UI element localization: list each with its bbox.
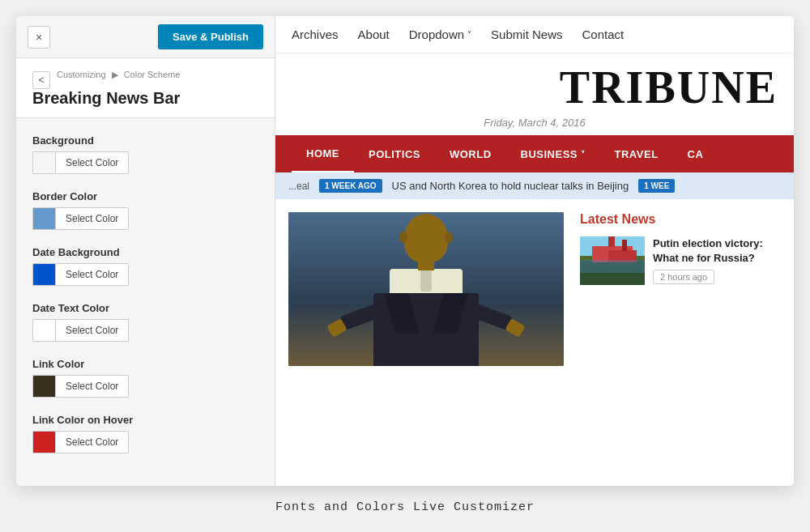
breaking-news-badge2: 1 WEE <box>638 179 675 193</box>
color-label-link-hover: Link Color on Hover <box>32 414 258 426</box>
news-headline: Putin election victory: What ne for Russ… <box>653 236 781 266</box>
color-label-link: Link Color <box>32 358 258 370</box>
color-select-btn-date-bg[interactable]: Select Color <box>55 263 129 286</box>
breaking-news-bar: ...eal 1 WEEK AGO US and North Korea to … <box>275 172 794 199</box>
close-button[interactable]: × <box>28 26 50 49</box>
color-select-row-background: Select Color <box>32 151 258 174</box>
chevron-down-icon: ˅ <box>467 30 471 39</box>
color-select-btn-background[interactable]: Select Color <box>55 151 129 174</box>
color-swatch-date-text <box>32 319 55 342</box>
panel-body: Background Select Color Border Color Sel… <box>16 118 275 486</box>
color-select-row-date-text: Select Color <box>32 319 258 342</box>
panel-top-bar: × Save & Publish <box>16 16 275 58</box>
left-panel: × Save & Publish < Customizing ▶ Color S… <box>16 16 275 486</box>
breadcrumb-section: Color Scheme <box>124 70 181 79</box>
color-swatch-link <box>32 375 55 398</box>
color-label-date-bg: Date Background <box>32 246 258 258</box>
main-nav-ca[interactable]: CA <box>673 135 718 172</box>
site-content: Latest News <box>275 199 794 486</box>
news-time: 2 hours ago <box>653 270 714 284</box>
color-option-border: Border Color Select Color <box>32 190 258 230</box>
nav-contact[interactable]: Contact <box>582 28 624 41</box>
color-option-background: Background Select Color <box>32 134 258 174</box>
business-dropdown-icon: ˅ <box>581 150 586 159</box>
site-logo-area: TRIBUNE <box>275 53 794 117</box>
color-swatch-background <box>32 151 55 174</box>
color-select-btn-link[interactable]: Select Color <box>55 375 129 398</box>
breadcrumb-nav: Customizing ▶ Color Scheme <box>32 70 258 80</box>
site-top-nav: Archives About Dropdown ˅ Submit News Co… <box>275 16 794 53</box>
color-select-row-link: Select Color <box>32 375 258 398</box>
nav-archives[interactable]: Archives <box>292 28 339 41</box>
nav-submit-news[interactable]: Submit News <box>491 28 562 41</box>
side-content: Latest News <box>580 212 781 473</box>
news-thumbnail <box>580 236 645 285</box>
color-select-btn-link-hover[interactable]: Select Color <box>55 431 129 453</box>
main-nav-travel[interactable]: TRAVEL <box>600 135 673 172</box>
nav-dropdown[interactable]: Dropdown ˅ <box>409 28 471 41</box>
color-label-background: Background <box>32 134 258 147</box>
breaking-news-prefix: ...eal <box>288 181 309 192</box>
news-text-area: Putin election victory: What ne for Russ… <box>653 236 781 284</box>
color-swatch-border <box>32 207 55 230</box>
news-item: Putin election victory: What ne for Russ… <box>580 236 781 285</box>
breaking-news-text: US and North Korea to hold nuclear talks… <box>392 180 629 192</box>
color-option-link-hover: Link Color on Hover Select Color <box>32 414 258 453</box>
color-label-border: Border Color <box>32 190 258 202</box>
site-logo: TRIBUNE <box>292 62 778 113</box>
main-nav-home[interactable]: HOME <box>292 135 354 172</box>
breaking-news-badge: 1 WEEK AGO <box>319 179 382 193</box>
color-select-btn-date-text[interactable]: Select Color <box>55 319 129 342</box>
kremlin-image <box>580 236 645 285</box>
color-option-date-text: Date Text Color Select Color <box>32 302 258 342</box>
site-main-nav: HOME POLITICS WORLD BUSINESS ˅ TRAVEL CA <box>275 135 794 172</box>
save-publish-button[interactable]: Save & Publish <box>158 24 263 49</box>
color-label-date-text: Date Text Color <box>32 302 258 314</box>
color-select-row-date-bg: Select Color <box>32 263 258 286</box>
color-select-btn-border[interactable]: Select Color <box>55 207 129 230</box>
main-nav-business-label: BUSINESS <box>521 148 578 160</box>
color-swatch-link-hover <box>32 431 55 453</box>
site-date: Friday, March 4, 2016 <box>275 117 794 135</box>
main-nav-politics[interactable]: POLITICS <box>354 135 435 172</box>
color-select-row-link-hover: Select Color <box>32 431 258 453</box>
main-nav-world[interactable]: WORLD <box>435 135 506 172</box>
breadcrumb-customizing: Customizing <box>57 70 106 79</box>
main-nav-business[interactable]: BUSINESS ˅ <box>506 135 600 172</box>
back-button[interactable]: < <box>32 71 50 89</box>
latest-news-title: Latest News <box>580 212 781 227</box>
main-frame: × Save & Publish < Customizing ▶ Color S… <box>16 16 794 486</box>
panel-title: Breaking News Bar <box>32 89 258 108</box>
outer-container: × Save & Publish < Customizing ▶ Color S… <box>16 16 794 532</box>
nav-dropdown-label: Dropdown <box>409 28 464 41</box>
right-panel: Archives About Dropdown ˅ Submit News Co… <box>275 16 794 486</box>
breadcrumb-arrow: ▶ <box>112 70 118 79</box>
color-option-link: Link Color Select Color <box>32 358 258 398</box>
color-select-row-border: Select Color <box>32 207 258 230</box>
color-swatch-date-bg <box>32 263 55 286</box>
color-option-date-bg: Date Background Select Color <box>32 246 258 286</box>
main-image <box>288 212 564 366</box>
panel-breadcrumb: < Customizing ▶ Color Scheme Breaking Ne… <box>16 58 275 118</box>
page-caption: Fonts and Colors Live Customizer <box>275 486 535 521</box>
nav-about[interactable]: About <box>358 28 390 41</box>
